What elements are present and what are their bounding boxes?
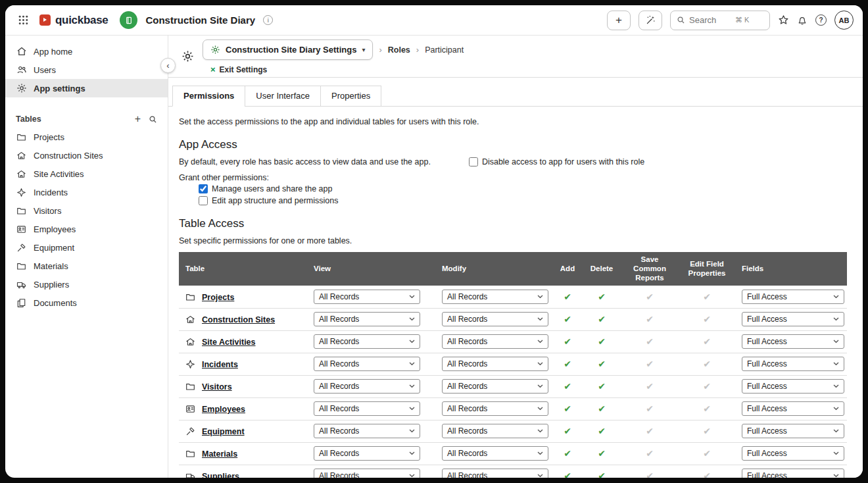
add-check-icon[interactable]: ✔ xyxy=(564,314,571,324)
edit-field-properties-check-icon[interactable]: ✔ xyxy=(703,292,711,302)
table-link[interactable]: Site Activities xyxy=(202,338,256,347)
checkbox[interactable] xyxy=(199,196,208,205)
delete-check-icon[interactable]: ✔ xyxy=(598,292,606,302)
sidebar-item-app-home[interactable]: App home xyxy=(5,42,168,61)
edit-field-properties-check-icon[interactable]: ✔ xyxy=(703,314,711,324)
new-button[interactable]: + xyxy=(607,11,631,30)
manage-users-checkbox[interactable]: Manage users and share the app xyxy=(199,184,847,193)
disable-access-checkbox[interactable]: Disable access to app for users with thi… xyxy=(469,157,644,166)
sidebar-table-item[interactable]: Documents xyxy=(5,293,168,312)
sidebar-item-app-settings[interactable]: App settings xyxy=(5,79,168,97)
table-link[interactable]: Projects xyxy=(202,293,234,302)
search-box[interactable]: ⌘ K xyxy=(670,11,770,30)
edit-field-properties-check-icon[interactable]: ✔ xyxy=(703,381,711,392)
save-common-reports-check-icon[interactable]: ✔ xyxy=(646,336,654,347)
modify-select[interactable]: All Records xyxy=(442,424,548,438)
edit-structure-checkbox[interactable]: Edit app structure and permissions xyxy=(199,196,847,205)
tab-permissions[interactable]: Permissions xyxy=(172,86,245,107)
sidebar-table-item[interactable]: Projects xyxy=(5,128,168,146)
edit-field-properties-check-icon[interactable]: ✔ xyxy=(703,403,711,414)
delete-check-icon[interactable]: ✔ xyxy=(598,314,606,324)
checkbox[interactable] xyxy=(199,184,208,193)
sidebar-table-item[interactable]: Site Activities xyxy=(5,165,168,183)
modify-select[interactable]: All Records xyxy=(442,379,548,394)
delete-check-icon[interactable]: ✔ xyxy=(598,426,606,436)
sidebar-table-item[interactable]: Incidents xyxy=(5,183,168,201)
save-common-reports-check-icon[interactable]: ✔ xyxy=(646,381,654,392)
fields-select[interactable]: Full Access xyxy=(742,312,844,326)
tab-properties[interactable]: Properties xyxy=(320,86,381,107)
fields-select[interactable]: Full Access xyxy=(742,334,844,349)
modify-select[interactable]: All Records xyxy=(442,290,548,304)
star-icon[interactable] xyxy=(778,14,789,26)
save-common-reports-check-icon[interactable]: ✔ xyxy=(646,470,654,478)
bell-icon[interactable] xyxy=(797,15,808,26)
table-link[interactable]: Incidents xyxy=(202,360,238,369)
delete-check-icon[interactable]: ✔ xyxy=(598,381,606,392)
sidebar-table-item[interactable]: Equipment xyxy=(5,238,168,257)
fields-select[interactable]: Full Access xyxy=(742,469,844,478)
sidebar-table-item[interactable]: Employees xyxy=(5,220,168,238)
add-check-icon[interactable]: ✔ xyxy=(564,403,571,414)
tab-user-interface[interactable]: User Interface xyxy=(245,86,321,107)
help-icon[interactable]: ? xyxy=(815,14,827,26)
edit-field-properties-check-icon[interactable]: ✔ xyxy=(703,448,711,459)
save-common-reports-check-icon[interactable]: ✔ xyxy=(646,448,654,459)
view-select[interactable]: All Records xyxy=(314,401,420,416)
magic-wand-icon[interactable] xyxy=(639,11,662,30)
view-select[interactable]: All Records xyxy=(314,446,420,461)
modify-select[interactable]: All Records xyxy=(442,334,548,349)
view-select[interactable]: All Records xyxy=(314,312,420,326)
search-tables-icon[interactable] xyxy=(149,115,157,124)
table-link[interactable]: Employees xyxy=(202,405,245,414)
search-input[interactable] xyxy=(689,15,731,25)
edit-field-properties-check-icon[interactable]: ✔ xyxy=(703,470,711,478)
delete-check-icon[interactable]: ✔ xyxy=(598,359,606,369)
table-link[interactable]: Suppliers xyxy=(202,472,239,478)
collapse-sidebar-button[interactable]: ‹ xyxy=(160,58,176,73)
modify-select[interactable]: All Records xyxy=(442,357,548,371)
table-link[interactable]: Visitors xyxy=(202,382,232,392)
info-icon[interactable]: i xyxy=(263,15,273,25)
apps-grid-icon[interactable] xyxy=(14,12,32,29)
fields-select[interactable]: Full Access xyxy=(742,401,844,416)
modify-select[interactable]: All Records xyxy=(442,312,548,326)
checkbox[interactable] xyxy=(469,157,478,166)
fields-select[interactable]: Full Access xyxy=(742,446,844,461)
sidebar-table-item[interactable]: Visitors xyxy=(5,201,168,220)
quickbase-logo[interactable]: quickbase xyxy=(39,14,108,27)
table-link[interactable]: Materials xyxy=(202,449,237,459)
view-select[interactable]: All Records xyxy=(314,469,420,478)
edit-field-properties-check-icon[interactable]: ✔ xyxy=(703,359,711,369)
add-check-icon[interactable]: ✔ xyxy=(564,292,571,302)
add-check-icon[interactable]: ✔ xyxy=(564,336,571,347)
table-link[interactable]: Construction Sites xyxy=(202,315,275,324)
avatar[interactable]: AB xyxy=(834,11,854,30)
view-select[interactable]: All Records xyxy=(314,424,420,438)
app-settings-dropdown[interactable]: Construction Site Diary Settings ▾ xyxy=(203,39,373,60)
sidebar-table-item[interactable]: Materials xyxy=(5,257,168,275)
edit-field-properties-check-icon[interactable]: ✔ xyxy=(703,336,711,347)
edit-field-properties-check-icon[interactable]: ✔ xyxy=(703,426,711,436)
table-link[interactable]: Equipment xyxy=(202,427,245,436)
fields-select[interactable]: Full Access xyxy=(742,424,844,438)
exit-settings-link[interactable]: × Exit Settings xyxy=(210,65,267,74)
delete-check-icon[interactable]: ✔ xyxy=(598,470,606,478)
add-check-icon[interactable]: ✔ xyxy=(564,448,571,459)
view-select[interactable]: All Records xyxy=(314,379,420,394)
sidebar-item-users[interactable]: Users xyxy=(5,61,168,79)
add-check-icon[interactable]: ✔ xyxy=(564,381,571,392)
fields-select[interactable]: Full Access xyxy=(742,357,844,371)
modify-select[interactable]: All Records xyxy=(442,446,548,461)
delete-check-icon[interactable]: ✔ xyxy=(598,336,606,347)
add-check-icon[interactable]: ✔ xyxy=(564,426,571,436)
save-common-reports-check-icon[interactable]: ✔ xyxy=(646,359,654,369)
save-common-reports-check-icon[interactable]: ✔ xyxy=(646,426,654,436)
modify-select[interactable]: All Records xyxy=(442,401,548,416)
add-check-icon[interactable]: ✔ xyxy=(564,470,571,478)
sidebar-table-item[interactable]: Suppliers xyxy=(5,275,168,293)
add-check-icon[interactable]: ✔ xyxy=(564,359,571,369)
delete-check-icon[interactable]: ✔ xyxy=(598,448,606,459)
modify-select[interactable]: All Records xyxy=(442,469,548,478)
save-common-reports-check-icon[interactable]: ✔ xyxy=(646,292,654,302)
